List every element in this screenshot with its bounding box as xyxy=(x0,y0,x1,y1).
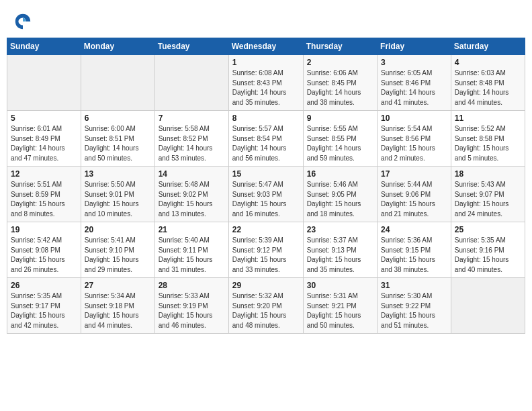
day-number: 10 xyxy=(381,113,447,123)
day-info: Sunrise: 5:43 AM Sunset: 9:07 PM Dayligh… xyxy=(455,180,521,219)
calendar-day-cell: 6Sunrise: 6:00 AM Sunset: 8:51 PM Daylig… xyxy=(81,111,154,167)
day-number: 18 xyxy=(455,169,521,179)
day-info: Sunrise: 5:58 AM Sunset: 8:52 PM Dayligh… xyxy=(159,124,225,163)
day-number: 30 xyxy=(307,281,373,290)
day-info: Sunrise: 5:47 AM Sunset: 9:03 PM Dayligh… xyxy=(232,180,300,219)
calendar-week-row: 19Sunrise: 5:42 AM Sunset: 9:08 PM Dayli… xyxy=(7,222,525,278)
calendar-day-cell: 9Sunrise: 5:55 AM Sunset: 8:55 PM Daylig… xyxy=(303,111,377,167)
day-info: Sunrise: 5:46 AM Sunset: 9:05 PM Dayligh… xyxy=(307,180,373,219)
day-info: Sunrise: 5:33 AM Sunset: 9:19 PM Dayligh… xyxy=(159,291,225,330)
weekday-header-wednesday: Wednesday xyxy=(228,38,303,55)
day-info: Sunrise: 6:08 AM Sunset: 8:43 PM Dayligh… xyxy=(232,68,300,107)
calendar-day-cell: 22Sunrise: 5:39 AM Sunset: 9:12 PM Dayli… xyxy=(228,222,303,278)
day-info: Sunrise: 5:50 AM Sunset: 9:01 PM Dayligh… xyxy=(85,180,151,219)
weekday-header-thursday: Thursday xyxy=(303,38,377,55)
day-number: 22 xyxy=(232,225,300,234)
day-number: 21 xyxy=(159,225,225,234)
empty-cell xyxy=(451,278,525,334)
day-number: 9 xyxy=(307,113,373,123)
day-number: 17 xyxy=(381,169,447,179)
day-number: 7 xyxy=(159,113,225,123)
day-number: 13 xyxy=(85,169,151,179)
day-info: Sunrise: 5:32 AM Sunset: 9:20 PM Dayligh… xyxy=(232,291,300,330)
logo-icon xyxy=(13,12,32,31)
calendar-day-cell: 28Sunrise: 5:33 AM Sunset: 9:19 PM Dayli… xyxy=(154,278,228,334)
calendar-day-cell: 31Sunrise: 5:30 AM Sunset: 9:22 PM Dayli… xyxy=(378,278,451,334)
weekday-header-sunday: Sunday xyxy=(7,38,81,55)
day-info: Sunrise: 5:34 AM Sunset: 9:18 PM Dayligh… xyxy=(85,291,151,330)
weekday-header-tuesday: Tuesday xyxy=(154,38,228,55)
day-info: Sunrise: 6:06 AM Sunset: 8:45 PM Dayligh… xyxy=(307,68,373,107)
day-number: 14 xyxy=(159,169,225,179)
calendar-week-row: 12Sunrise: 5:51 AM Sunset: 8:59 PM Dayli… xyxy=(7,167,525,222)
calendar-day-cell: 27Sunrise: 5:34 AM Sunset: 9:18 PM Dayli… xyxy=(81,278,154,334)
empty-cell xyxy=(7,55,81,111)
weekday-header-saturday: Saturday xyxy=(451,38,525,55)
day-number: 25 xyxy=(455,225,521,234)
calendar-table: SundayMondayTuesdayWednesdayThursdayFrid… xyxy=(7,38,525,334)
day-number: 29 xyxy=(232,281,300,290)
day-info: Sunrise: 5:40 AM Sunset: 9:11 PM Dayligh… xyxy=(159,236,225,275)
day-number: 26 xyxy=(11,281,77,290)
day-info: Sunrise: 5:31 AM Sunset: 9:21 PM Dayligh… xyxy=(307,291,373,330)
day-info: Sunrise: 5:51 AM Sunset: 8:59 PM Dayligh… xyxy=(11,180,77,219)
day-info: Sunrise: 5:37 AM Sunset: 9:13 PM Dayligh… xyxy=(307,236,373,275)
weekday-header-row: SundayMondayTuesdayWednesdayThursdayFrid… xyxy=(7,38,525,55)
weekday-header-friday: Friday xyxy=(378,38,451,55)
calendar-day-cell: 3Sunrise: 6:05 AM Sunset: 8:46 PM Daylig… xyxy=(378,55,451,111)
empty-cell xyxy=(81,55,154,111)
day-number: 3 xyxy=(381,58,447,67)
calendar-day-cell: 21Sunrise: 5:40 AM Sunset: 9:11 PM Dayli… xyxy=(154,222,228,278)
calendar-week-row: 5Sunrise: 6:01 AM Sunset: 8:49 PM Daylig… xyxy=(7,111,525,167)
day-info: Sunrise: 5:57 AM Sunset: 8:54 PM Dayligh… xyxy=(232,124,300,163)
calendar-day-cell: 15Sunrise: 5:47 AM Sunset: 9:03 PM Dayli… xyxy=(228,167,303,222)
weekday-header-monday: Monday xyxy=(81,38,154,55)
day-info: Sunrise: 5:35 AM Sunset: 9:16 PM Dayligh… xyxy=(455,236,521,275)
page-header xyxy=(7,7,525,34)
day-number: 31 xyxy=(381,281,447,290)
calendar-day-cell: 20Sunrise: 5:41 AM Sunset: 9:10 PM Dayli… xyxy=(81,222,154,278)
day-number: 27 xyxy=(85,281,151,290)
calendar-day-cell: 26Sunrise: 5:35 AM Sunset: 9:17 PM Dayli… xyxy=(7,278,81,334)
day-info: Sunrise: 5:36 AM Sunset: 9:15 PM Dayligh… xyxy=(381,236,447,275)
day-info: Sunrise: 5:35 AM Sunset: 9:17 PM Dayligh… xyxy=(11,291,77,330)
day-info: Sunrise: 5:54 AM Sunset: 8:56 PM Dayligh… xyxy=(381,124,447,163)
calendar-day-cell: 1Sunrise: 6:08 AM Sunset: 8:43 PM Daylig… xyxy=(228,55,303,111)
calendar-day-cell: 12Sunrise: 5:51 AM Sunset: 8:59 PM Dayli… xyxy=(7,167,81,222)
calendar-day-cell: 11Sunrise: 5:52 AM Sunset: 8:58 PM Dayli… xyxy=(451,111,525,167)
calendar-day-cell: 30Sunrise: 5:31 AM Sunset: 9:21 PM Dayli… xyxy=(303,278,377,334)
logo xyxy=(13,12,35,31)
calendar-day-cell: 7Sunrise: 5:58 AM Sunset: 8:52 PM Daylig… xyxy=(154,111,228,167)
day-number: 8 xyxy=(232,113,300,123)
day-number: 11 xyxy=(455,113,521,123)
calendar-day-cell: 23Sunrise: 5:37 AM Sunset: 9:13 PM Dayli… xyxy=(303,222,377,278)
empty-cell xyxy=(154,55,228,111)
calendar-day-cell: 29Sunrise: 5:32 AM Sunset: 9:20 PM Dayli… xyxy=(228,278,303,334)
calendar-day-cell: 16Sunrise: 5:46 AM Sunset: 9:05 PM Dayli… xyxy=(303,167,377,222)
day-number: 1 xyxy=(232,58,300,67)
calendar-day-cell: 5Sunrise: 6:01 AM Sunset: 8:49 PM Daylig… xyxy=(7,111,81,167)
day-number: 15 xyxy=(232,169,300,179)
calendar-day-cell: 18Sunrise: 5:43 AM Sunset: 9:07 PM Dayli… xyxy=(451,167,525,222)
day-info: Sunrise: 5:30 AM Sunset: 9:22 PM Dayligh… xyxy=(381,291,447,330)
calendar-week-row: 26Sunrise: 5:35 AM Sunset: 9:17 PM Dayli… xyxy=(7,278,525,334)
day-info: Sunrise: 6:05 AM Sunset: 8:46 PM Dayligh… xyxy=(381,68,447,107)
day-info: Sunrise: 5:41 AM Sunset: 9:10 PM Dayligh… xyxy=(85,236,151,275)
day-info: Sunrise: 5:55 AM Sunset: 8:55 PM Dayligh… xyxy=(307,124,373,163)
day-number: 4 xyxy=(455,58,521,67)
day-number: 19 xyxy=(11,225,77,234)
day-info: Sunrise: 6:03 AM Sunset: 8:48 PM Dayligh… xyxy=(455,68,521,107)
day-number: 16 xyxy=(307,169,373,179)
calendar-day-cell: 17Sunrise: 5:44 AM Sunset: 9:06 PM Dayli… xyxy=(378,167,451,222)
calendar-day-cell: 2Sunrise: 6:06 AM Sunset: 8:45 PM Daylig… xyxy=(303,55,377,111)
day-number: 23 xyxy=(307,225,373,234)
day-info: Sunrise: 5:39 AM Sunset: 9:12 PM Dayligh… xyxy=(232,236,300,275)
calendar-week-row: 1Sunrise: 6:08 AM Sunset: 8:43 PM Daylig… xyxy=(7,55,525,111)
day-number: 6 xyxy=(85,113,151,123)
calendar-day-cell: 8Sunrise: 5:57 AM Sunset: 8:54 PM Daylig… xyxy=(228,111,303,167)
day-number: 20 xyxy=(85,225,151,234)
day-info: Sunrise: 5:44 AM Sunset: 9:06 PM Dayligh… xyxy=(381,180,447,219)
calendar-day-cell: 24Sunrise: 5:36 AM Sunset: 9:15 PM Dayli… xyxy=(378,222,451,278)
day-info: Sunrise: 6:01 AM Sunset: 8:49 PM Dayligh… xyxy=(11,124,77,163)
day-info: Sunrise: 5:42 AM Sunset: 9:08 PM Dayligh… xyxy=(11,236,77,275)
